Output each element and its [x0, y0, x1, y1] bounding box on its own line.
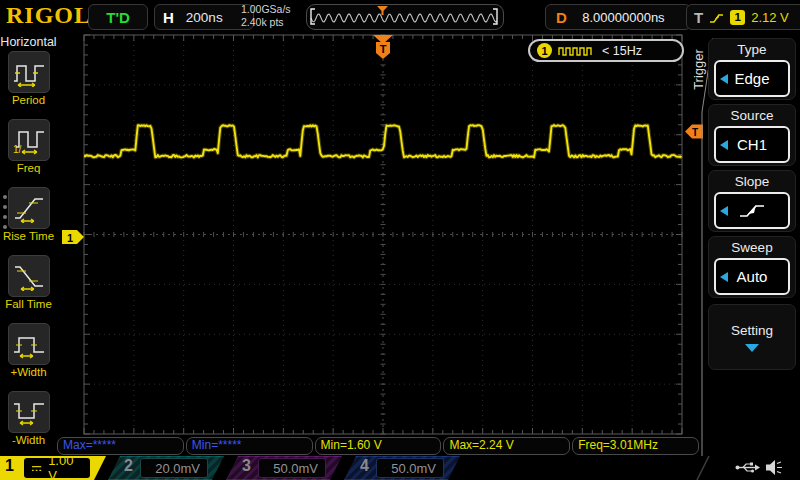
- speaker-off-icon: [765, 459, 784, 476]
- delay-value: 8.00000000ns: [582, 10, 664, 25]
- acquisition-info: 1.00GSa/s 2.40k pts: [241, 3, 291, 29]
- left-arrow-icon: [720, 206, 728, 216]
- menu-item-minus-width[interactable]: -Width: [0, 391, 57, 457]
- scroll-dot: [3, 205, 7, 209]
- down-arrow-icon: [745, 344, 759, 352]
- measurement-cell: Min=*****: [186, 437, 313, 455]
- memory-depth: 2.40k pts: [241, 16, 291, 29]
- trigger-source-badge: 1: [730, 10, 745, 25]
- usb-icon: [735, 461, 760, 474]
- trigger-type-button[interactable]: Edge: [714, 60, 790, 97]
- rising-slope-icon: [737, 202, 767, 220]
- menu-item-plus-width[interactable]: +Width: [0, 323, 57, 389]
- badge-condition: < 15Hz: [602, 44, 642, 58]
- rise-time-icon: [12, 193, 46, 223]
- svg-text:T: T: [380, 43, 387, 55]
- scroll-dot: [3, 195, 7, 199]
- measurement-cell: Max=2.24 V: [443, 437, 570, 455]
- left-arrow-icon: [720, 74, 728, 84]
- horizontal-timebase-box[interactable]: H 200ns: [154, 4, 254, 30]
- left-arrow-icon: [720, 272, 728, 282]
- channel-4-button[interactable]: 4 50.0mV: [344, 456, 460, 480]
- memory-waveform-icon: [307, 5, 501, 27]
- trigger-info-box[interactable]: T 1 2.12 V: [686, 4, 800, 30]
- dc-coupling-icon: [31, 464, 42, 473]
- measurement-cell: Freq=3.01MHz: [572, 437, 699, 455]
- dc-coupling-icon: [266, 464, 267, 473]
- badge-channel: 1: [537, 43, 552, 58]
- left-menu-title: Horizontal: [0, 35, 57, 49]
- channel-1-button[interactable]: 1 1.00 V: [0, 456, 106, 480]
- h-label: H: [163, 9, 174, 26]
- trigger-source-section: Source CH1: [708, 104, 796, 166]
- graticule-and-trace: T1T: [57, 32, 705, 456]
- svg-text:1: 1: [67, 232, 73, 244]
- measurement-cell: Min=1.60 V: [315, 437, 442, 455]
- trigger-sweep-section: Sweep Auto: [708, 236, 796, 298]
- period-icon: [12, 57, 46, 87]
- trigger-level-value: 2.12 V: [751, 10, 789, 25]
- channel-3-button[interactable]: 3 50.0mV: [226, 456, 342, 480]
- trigger-freq-badge: 1 < 15Hz: [528, 39, 684, 62]
- menu-item-rise-time[interactable]: Rise Time: [0, 187, 57, 253]
- pulse-train-icon: [558, 45, 596, 57]
- sample-rate: 1.00GSa/s: [241, 3, 291, 16]
- rigol-logo: RIGOL: [6, 2, 91, 29]
- trigger-position-marker[interactable]: T: [373, 35, 393, 59]
- measurement-cell: Max=*****: [57, 437, 184, 455]
- trigger-setting-section[interactable]: Setting: [708, 304, 796, 370]
- minus-width-icon: [12, 397, 46, 427]
- measurement-bar: Max=***** Min=***** Min=1.60 V Max=2.24 …: [57, 437, 699, 455]
- plus-width-icon: [12, 329, 46, 359]
- trigger-label: T: [694, 9, 703, 26]
- trigger-status-badge: T'D: [88, 4, 148, 30]
- dc-coupling-icon: [384, 464, 385, 473]
- svg-text:1/: 1/: [13, 144, 22, 155]
- oscilloscope-screen: RIGOL T'D H 200ns 1.00GSa/s 2.40k pts D …: [0, 0, 800, 480]
- menu-item-period[interactable]: Period: [0, 51, 57, 117]
- trigger-type-section: Type Edge: [708, 38, 796, 100]
- channel-2-button[interactable]: 2 20.0mV: [108, 456, 224, 480]
- trigger-delay-box[interactable]: D 8.00000000ns: [545, 4, 691, 30]
- dc-coupling-icon: [148, 464, 149, 473]
- trigger-status-text: T'D: [106, 9, 130, 26]
- channel-status-bar: 1 1.00 V 2 20.0mV 3: [0, 456, 800, 480]
- timebase-value: 200ns: [186, 10, 223, 25]
- scope-display: T1T 1 < 15Hz: [57, 32, 705, 456]
- bar-divider: [694, 456, 710, 480]
- left-arrow-icon: [720, 140, 728, 150]
- trigger-slope-button[interactable]: [714, 192, 790, 229]
- menu-item-freq[interactable]: 1/ Freq: [0, 119, 57, 185]
- menu-item-fall-time[interactable]: Fall Time: [0, 255, 57, 321]
- rising-edge-icon: [709, 11, 724, 24]
- fall-time-icon: [12, 261, 46, 291]
- right-menu-title: Trigger: [691, 40, 706, 100]
- preview-trigger-marker: [377, 6, 388, 15]
- scroll-dot: [3, 215, 7, 219]
- trigger-slope-section: Slope: [708, 170, 796, 232]
- channel1-level-marker[interactable]: 1: [62, 230, 84, 244]
- waveform-memory-preview[interactable]: [306, 4, 504, 30]
- right-menu-trigger: Trigger Type Edge Source CH1 Slope: [705, 32, 800, 456]
- freq-icon: 1/: [12, 125, 46, 155]
- left-menu-horizontal: Horizontal Period 1/ Freq Rise T: [0, 32, 57, 456]
- trigger-sweep-button[interactable]: Auto: [714, 258, 790, 295]
- trigger-source-button[interactable]: CH1: [714, 126, 790, 163]
- delay-label: D: [556, 9, 567, 26]
- scroll-dot: [3, 225, 7, 229]
